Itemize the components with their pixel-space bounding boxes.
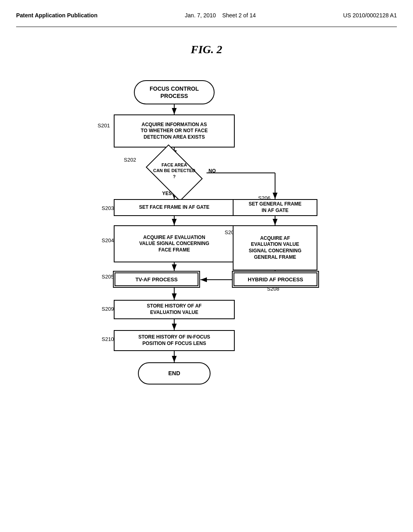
page: Patent Application Publication Jan. 7, 2…: [0, 0, 413, 532]
header-left: Patent Application Publication: [16, 12, 98, 19]
page-header: Patent Application Publication Jan. 7, 2…: [16, 8, 397, 27]
header-center: Jan. 7, 2010 Sheet 2 of 14: [185, 12, 256, 19]
s203-label: S203: [102, 205, 114, 211]
flowchart: FOCUS CONTROL PROCESS S201 ACQUIRE INFOR…: [49, 76, 364, 463]
end-node: END: [138, 362, 211, 384]
yes-label: YES: [162, 191, 172, 196]
s204-label: S204: [102, 237, 114, 243]
s205-label: S205: [102, 274, 114, 280]
s209-box: STORE HISTORY OF AF EVALUATION VALUE: [114, 300, 235, 319]
start-node: FOCUS CONTROL PROCESS: [134, 80, 215, 104]
s210-label: S210: [102, 336, 114, 342]
s205-box: TV-AF PROCESS: [113, 271, 200, 288]
no-label: NO: [209, 168, 216, 174]
s204-box: ACQUIRE AF EVALUATION VALUE SIGNAL CONCE…: [114, 225, 235, 262]
s208-box: HYBRID AF PROCESS: [232, 271, 319, 288]
header-right: US 2010/0002128 A1: [343, 12, 397, 19]
header-date: Jan. 7, 2010: [185, 12, 216, 19]
s201-label: S201: [98, 123, 110, 129]
header-sheet: Sheet 2 of 14: [222, 12, 256, 19]
s201-box: ACQUIRE INFORMATION AS TO WHETHER OR NOT…: [114, 114, 235, 148]
s207-box: ACQUIRE AF EVALUATION VALUE SIGNAL CONCE…: [233, 225, 317, 270]
s206-box: SET GENERAL FRAME IN AF GATE: [233, 199, 317, 216]
s202-diamond: FACE AREA CAN BE DETECTED ?: [140, 156, 209, 190]
s202-label: S202: [124, 157, 136, 163]
figure-title: FIG. 2: [16, 43, 397, 56]
s210-box: STORE HISTORY OF IN-FOCUS POSITION OF FO…: [114, 330, 235, 351]
s209-label: S209: [102, 306, 114, 312]
s203-box: SET FACE FRAME IN AF GATE: [114, 199, 235, 216]
